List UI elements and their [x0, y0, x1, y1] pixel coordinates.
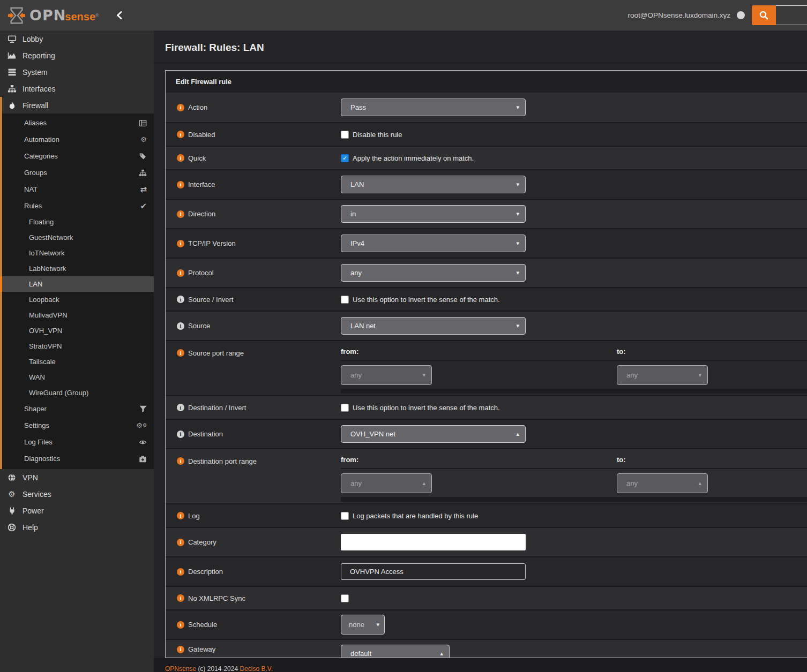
- source-invert-checkbox[interactable]: Use this option to invert the sense of t…: [341, 296, 500, 304]
- sidebar-item-interfaces[interactable]: Interfaces: [0, 80, 154, 97]
- info-icon[interactable]: i: [177, 646, 184, 653]
- source-select[interactable]: LAN net▾: [341, 317, 526, 335]
- opnsense-logo[interactable]: OPNsense®: [8, 6, 99, 25]
- sidebar-section-firewall: Firewall Aliases Automation ⚙ Categories: [0, 97, 154, 469]
- sidebar-item-rules-lan[interactable]: LAN: [2, 276, 154, 292]
- checkbox-unchecked: [341, 131, 349, 139]
- deciso-footer-link[interactable]: Deciso B.V.: [240, 665, 273, 672]
- protocol-select[interactable]: any▾: [341, 264, 526, 282]
- sidebar-item-rules[interactable]: Rules ✔: [2, 198, 154, 214]
- sidebar-item-help[interactable]: Help: [0, 519, 154, 535]
- category-input[interactable]: [341, 534, 526, 550]
- sidebar-item-nat[interactable]: NAT ⇄: [2, 181, 154, 198]
- sidebar-item-reporting[interactable]: Reporting: [0, 47, 154, 64]
- info-icon[interactable]: i: [177, 512, 184, 519]
- sidebar-item-shaper[interactable]: Shaper: [2, 401, 154, 417]
- ip-version-select[interactable]: IPv4▾: [341, 235, 526, 252]
- info-icon[interactable]: i: [177, 404, 184, 411]
- sidebar-item-firewall[interactable]: Firewall: [2, 97, 154, 114]
- sidebar-item-system[interactable]: System: [0, 64, 154, 80]
- sidebar-item-vpn[interactable]: VPN: [0, 469, 154, 486]
- info-icon[interactable]: i: [177, 181, 184, 188]
- chevron-down-icon: ▾: [516, 322, 519, 329]
- source-port-to-select[interactable]: any▾: [617, 365, 708, 385]
- sidebar-item-log-files[interactable]: Log Files: [2, 434, 154, 450]
- sidebar-item-power[interactable]: Power: [0, 502, 154, 519]
- info-icon[interactable]: i: [177, 322, 184, 330]
- sidebar-item-categories[interactable]: Categories: [2, 148, 154, 164]
- action-select[interactable]: Pass▾: [341, 99, 526, 116]
- disabled-checkbox[interactable]: Disable this rule: [341, 131, 402, 139]
- form-row-source-port-range: iSource port range from: to: any▾ any▾: [166, 340, 807, 395]
- sitemap-icon: [139, 169, 147, 177]
- description-input[interactable]: [341, 563, 526, 580]
- chevron-up-icon: ▴: [422, 480, 425, 487]
- form-row-destination-invert: iDestination / Invert Use this option to…: [166, 395, 807, 419]
- log-checkbox[interactable]: Log packets that are handled by this rul…: [341, 512, 478, 520]
- info-icon[interactable]: i: [177, 210, 184, 218]
- form-row-ip-version: iTCP/IP Version IPv4▾: [166, 228, 807, 258]
- sidebar-item-rules-tailscale[interactable]: Tailscale: [2, 354, 154, 369]
- info-icon[interactable]: i: [177, 457, 184, 465]
- info-icon[interactable]: i: [177, 131, 184, 138]
- sidebar-item-aliases[interactable]: Aliases: [2, 115, 154, 131]
- fire-icon: [7, 101, 17, 110]
- form-row-destination-port-range: iDestination port range from: to: any▴ a…: [166, 448, 807, 503]
- sidebar-item-rules-iotnetwork[interactable]: IoTNetwork: [2, 245, 154, 261]
- sidebar-item-lobby[interactable]: Lobby: [0, 31, 154, 47]
- form-row-source: iSource LAN net▾: [166, 311, 807, 340]
- source-port-from-select[interactable]: any▾: [341, 365, 432, 385]
- sidebar-item-groups[interactable]: Groups: [2, 164, 154, 181]
- eye-icon: [139, 439, 147, 446]
- logo-text-secondary: sense: [65, 11, 95, 22]
- edit-firewall-rule-panel: Edit Firewall rule iAction Pass▾ iDisabl…: [165, 70, 807, 658]
- scroll-track: [341, 497, 807, 502]
- sidebar-item-settings[interactable]: Settings ⚙⚙: [2, 417, 154, 434]
- schedule-select[interactable]: none▾: [341, 615, 385, 635]
- search-button[interactable]: [752, 5, 776, 25]
- destination-port-from-select[interactable]: any▴: [341, 473, 432, 493]
- info-icon[interactable]: i: [177, 240, 184, 247]
- no-xmlrpc-checkbox[interactable]: [341, 594, 349, 602]
- sidebar-item-rules-loopback[interactable]: Loopback: [2, 292, 154, 307]
- form-row-action: iAction Pass▾: [166, 93, 807, 122]
- from-label: from:: [341, 456, 617, 464]
- gateway-select[interactable]: default▴: [341, 645, 450, 658]
- sidebar-item-services[interactable]: ⚙ Services: [0, 486, 154, 502]
- sidebar-item-rules-wireguard-group[interactable]: WireGuard (Group): [2, 385, 154, 401]
- info-icon[interactable]: i: [177, 431, 184, 438]
- form-row-quick: iQuick ✓Apply the action immediately on …: [166, 146, 807, 169]
- info-icon[interactable]: i: [177, 568, 184, 576]
- destination-select[interactable]: OVH_VPN net▴: [341, 425, 526, 443]
- sidebar-item-diagnostics[interactable]: Diagnostics: [2, 450, 154, 467]
- sidebar-collapse-chevron-icon[interactable]: [116, 11, 122, 19]
- destination-port-to-select[interactable]: any▴: [617, 473, 708, 493]
- sidebar-item-rules-floating[interactable]: Floating: [2, 214, 154, 230]
- info-icon[interactable]: i: [177, 621, 184, 629]
- search-input[interactable]: [776, 5, 807, 25]
- form-row-category: iCategory: [166, 527, 807, 556]
- sidebar-item-rules-labnetwork[interactable]: LabNetwork: [2, 261, 154, 276]
- interface-select[interactable]: LAN▾: [341, 176, 526, 193]
- destination-invert-checkbox[interactable]: Use this option to invert the sense of t…: [341, 404, 500, 412]
- info-icon[interactable]: i: [177, 349, 184, 357]
- quick-checkbox[interactable]: ✓Apply the action immediately on match.: [341, 154, 474, 162]
- filter-icon: [139, 405, 147, 413]
- sidebar-item-rules-wan[interactable]: WAN: [2, 369, 154, 385]
- sidebar-item-rules-mullvadvpn[interactable]: MullvadVPN: [2, 307, 154, 323]
- registered-mark: ®: [95, 13, 99, 18]
- direction-select[interactable]: in▾: [341, 205, 526, 223]
- info-icon[interactable]: i: [177, 539, 184, 546]
- info-icon[interactable]: i: [177, 104, 184, 111]
- checkbox-unchecked: [341, 404, 349, 412]
- info-icon[interactable]: i: [177, 154, 184, 162]
- opnsense-footer-link[interactable]: OPNsense: [165, 665, 196, 672]
- sidebar-item-rules-guestnetwork[interactable]: GuestNetwork: [2, 230, 154, 245]
- sidebar-item-automation[interactable]: Automation ⚙: [2, 131, 154, 148]
- form-row-destination: iDestination OVH_VPN net▴: [166, 419, 807, 448]
- sidebar-item-rules-ovh-vpn[interactable]: OVH_VPN: [2, 323, 154, 338]
- sidebar-item-rules-stratovpn[interactable]: StratoVPN: [2, 338, 154, 354]
- info-icon[interactable]: i: [177, 594, 184, 602]
- info-icon[interactable]: i: [177, 296, 184, 303]
- info-icon[interactable]: i: [177, 269, 184, 277]
